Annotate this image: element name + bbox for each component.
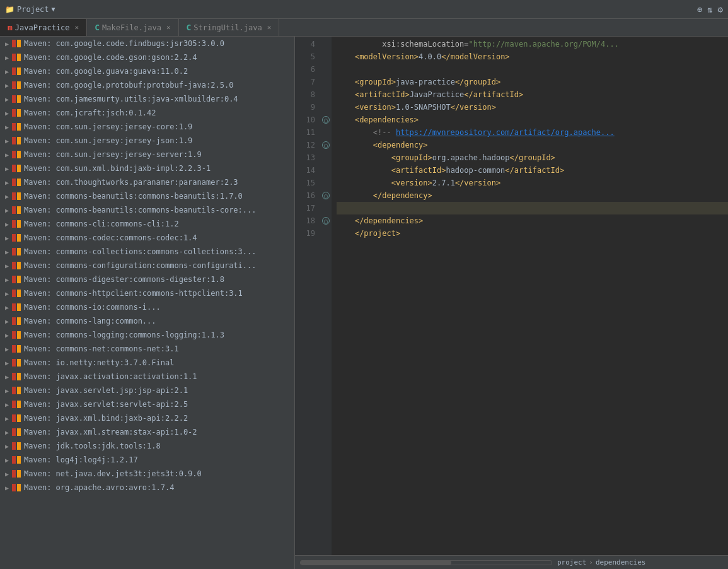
list-item[interactable]: ▶Maven: jdk.tools:jdk.tools:1.8 [0, 439, 294, 453]
tab-close-makefile[interactable]: ✕ [166, 23, 171, 32]
top-bar: 📁 Project ▼ ⊕ ⇅ ⚙ [0, 0, 728, 19]
breadcrumb-dependencies[interactable]: dependencies [596, 558, 645, 566]
expand-arrow: ▶ [5, 387, 9, 394]
list-item[interactable]: ▶Maven: commons-beanutils:commons-beanut… [0, 203, 294, 217]
tab-icon-c2: C [187, 23, 192, 32]
list-item[interactable]: ▶Maven: net.java.dev.jets3t:jets3t:0.9.0 [0, 467, 294, 481]
code-line-13: <groupId>org.apache.hadoop</groupId> [337, 151, 728, 164]
breadcrumb-bar: project › dependencies [295, 555, 728, 569]
list-item[interactable]: ▶Maven: commons-codec:commons-codec:1.4 [0, 231, 294, 245]
list-item[interactable]: ▶Maven: commons-cli:commons-cli:1.2 [0, 217, 294, 231]
project-label[interactable]: 📁 Project ▼ [0, 5, 61, 14]
sidebar-item-label: Maven: com.sun.jersey:jersey-core:1.9 [24, 122, 192, 131]
maven-icon [11, 330, 21, 340]
list-item[interactable]: ▶Maven: org.apache.avro:avro:1.7.4 [0, 481, 294, 495]
sidebar-item-label: Maven: com.jcraft:jsch:0.1.42 [24, 109, 156, 117]
folder-icon: 📁 [5, 5, 14, 14]
list-item[interactable]: ▶Maven: com.google.code.findbugs:jsr305:… [0, 37, 294, 50]
maven-icon [11, 233, 21, 243]
tab-stringutil[interactable]: C StringUtil.java ✕ [179, 19, 280, 36]
maven-icon [11, 469, 21, 479]
sidebar-item-label: Maven: commons-logging:commons-logging:1… [24, 331, 224, 339]
list-item[interactable]: ▶Maven: commons-configuration:commons-co… [0, 259, 294, 273]
list-item[interactable]: ▶Maven: javax.servlet.jsp:jsp-api:2.1 [0, 384, 294, 397]
globe-icon[interactable]: ⊕ [697, 4, 702, 15]
sort-icon[interactable]: ⇅ [707, 4, 712, 15]
sidebar-item-label: Maven: commons-net:commons-net:3.1 [24, 344, 179, 353]
tab-close-stringutil[interactable]: ✕ [267, 23, 272, 32]
maven-icon [11, 302, 21, 312]
list-item[interactable]: ▶Maven: com.google.protobuf:protobuf-jav… [0, 78, 294, 92]
maven-icon [11, 80, 21, 90]
code-line-4: xsi:schemaLocation="http://maven.apache.… [337, 38, 728, 50]
list-item[interactable]: ▶Maven: commons-collections:commons-coll… [0, 245, 294, 259]
tab-makefile[interactable]: C MakeFile.java ✕ [87, 19, 178, 36]
tab-label-stringutil: StringUtil.java [194, 23, 262, 32]
tab-label-makefile: MakeFile.java [102, 23, 161, 32]
list-item[interactable]: ▶Maven: commons-net:commons-net:3.1 [0, 342, 294, 356]
maven-icon [11, 94, 21, 104]
code-area[interactable]: 4 5 6 7 8 9 10 11 12 13 14 15 16 17 18 1… [295, 37, 728, 555]
maven-icon [11, 150, 21, 160]
list-item[interactable]: ▶Maven: com.sun.jersey:jersey-core:1.9 [0, 120, 294, 134]
tab-javapractice[interactable]: m JavaPractice ✕ [0, 19, 87, 36]
maven-icon [11, 413, 21, 423]
list-item[interactable]: ▶Maven: commons-httpclient:commons-httpc… [0, 286, 294, 300]
settings-icon[interactable]: ⚙ [718, 4, 723, 15]
sidebar-item-label: Maven: commons-codec:commons-codec:1.4 [24, 233, 197, 242]
maven-icon [11, 316, 21, 326]
list-item[interactable]: ▶Maven: com.google.guava:guava:11.0.2 [0, 64, 294, 78]
expand-arrow: ▶ [5, 346, 9, 353]
list-item[interactable]: ▶Maven: javax.xml.bind:jaxb-api:2.2.2 [0, 411, 294, 425]
tab-label-javapractice: JavaPractice [15, 23, 70, 32]
sidebar-item-label: Maven: com.jamesmurty.utils:java-xmlbuil… [24, 95, 238, 103]
list-item[interactable]: ▶Maven: com.sun.jersey:jersey-json:1.9 [0, 134, 294, 148]
list-item[interactable]: ▶Maven: commons-lang:common... [0, 314, 294, 328]
maven-icon [11, 385, 21, 396]
sidebar-item-label: Maven: commons-beanutils:commons-beanuti… [24, 192, 243, 201]
code-line-6 [337, 63, 728, 76]
maven-icon [11, 441, 21, 451]
breadcrumb-project[interactable]: project [557, 558, 586, 566]
list-item[interactable]: ▶Maven: com.jamesmurty.utils:java-xmlbui… [0, 92, 294, 106]
list-item-tooltip-anchor[interactable]: ▶ Maven: commons-io:commons-i... Project… [0, 300, 294, 314]
expand-arrow: ▶ [5, 457, 9, 464]
list-item[interactable]: ▶Maven: io.netty:netty:3.7.0.Final [0, 356, 294, 370]
expand-arrow: ▶ [5, 249, 9, 255]
list-item[interactable]: ▶Maven: javax.activation:activation:1.1 [0, 370, 294, 384]
tab-close-javapractice[interactable]: ✕ [75, 23, 79, 32]
list-item[interactable]: ▶Maven: com.sun.jersey:jersey-server:1.9 [0, 148, 294, 161]
sidebar-item-label: Maven: log4j:log4j:1.2.17 [24, 455, 138, 464]
tab-icon-m: m [8, 23, 13, 32]
expand-arrow: ▶ [5, 54, 9, 61]
expand-arrow: ▶ [5, 429, 9, 436]
list-item[interactable]: ▶Maven: commons-beanutils:commons-beanut… [0, 189, 294, 203]
list-item[interactable]: ▶Maven: com.sun.xml.bind:jaxb-impl:2.2.3… [0, 161, 294, 175]
sidebar-item-label: Maven: com.sun.jersey:jersey-json:1.9 [24, 136, 192, 145]
dropdown-arrow: ▼ [52, 6, 55, 13]
sidebar-item-label: Maven: com.sun.xml.bind:jaxb-impl:2.2.3-… [24, 164, 211, 173]
gutter-icons: ○ ○ ○ ○ [320, 37, 332, 555]
list-item[interactable]: ▶Maven: javax.servlet:servlet-api:2.5 [0, 397, 294, 411]
maven-icon [11, 274, 21, 284]
sidebar-item-label: Maven: commons-cli:commons-cli:1.2 [24, 220, 179, 228]
sidebar-item-label: Maven: org.apache.avro:avro:1.7.4 [24, 483, 174, 492]
expand-arrow: ▶ [5, 82, 9, 89]
list-item[interactable]: ▶Maven: commons-digester:commons-digeste… [0, 273, 294, 286]
sidebar-item-label: Maven: commons-digester:commons-digester… [24, 275, 224, 284]
sidebar-item-label: Maven: javax.activation:activation:1.1 [24, 372, 197, 381]
expand-arrow: ▶ [5, 40, 9, 47]
list-item[interactable]: ▶Maven: com.google.code.gson:gson:2.2.4 [0, 50, 294, 64]
list-item[interactable]: ▶Maven: com.jcraft:jsch:0.1.42 [0, 106, 294, 120]
sidebar[interactable]: ▶Maven: com.google.code.findbugs:jsr305:… [0, 37, 295, 569]
list-item[interactable]: ▶Maven: commons-logging:commons-logging:… [0, 328, 294, 342]
list-item[interactable]: ▶Maven: log4j:log4j:1.2.17 [0, 453, 294, 467]
maven-icon [11, 427, 21, 437]
code-line-19: </project> [337, 227, 728, 240]
list-item[interactable]: ▶Maven: com.thoughtworks.paranamer:paran… [0, 175, 294, 189]
code-line-18: </dependencies> [337, 214, 728, 227]
expand-arrow: ▶ [5, 262, 9, 269]
expand-arrow: ▶ [5, 165, 9, 172]
maven-icon [11, 163, 21, 173]
list-item[interactable]: ▶Maven: javax.xml.stream:stax-api:1.0-2 [0, 425, 294, 439]
